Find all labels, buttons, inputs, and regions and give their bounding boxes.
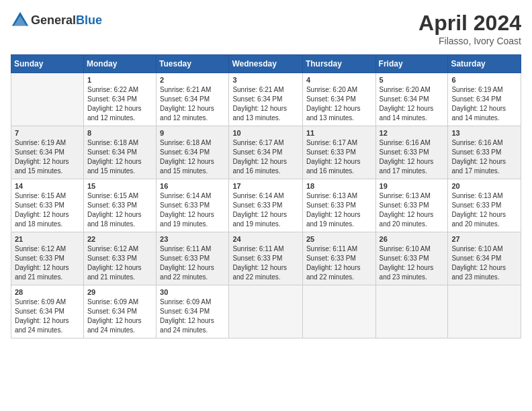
day-cell-4-5 — [375, 285, 448, 338]
day-number: 18 — [306, 182, 372, 190]
day-cell-1-5: 12 Sunrise: 6:16 AMSunset: 6:33 PMDaylig… — [375, 126, 448, 179]
day-cell-2-0: 14 Sunrise: 6:15 AMSunset: 6:33 PMDaylig… — [11, 179, 84, 232]
day-number: 23 — [160, 235, 225, 243]
week-row-5: 28 Sunrise: 6:09 AMSunset: 6:34 PMDaylig… — [11, 285, 521, 338]
header-tuesday: Tuesday — [157, 55, 229, 73]
day-cell-0-6: 6 Sunrise: 6:19 AMSunset: 6:34 PMDayligh… — [448, 73, 521, 126]
day-number: 20 — [451, 182, 517, 190]
logo-blue: Blue — [76, 13, 102, 27]
day-info: Sunrise: 6:13 AMSunset: 6:33 PMDaylight:… — [306, 191, 372, 229]
calendar-table: Sunday Monday Tuesday Wednesday Thursday… — [11, 54, 521, 338]
day-info: Sunrise: 6:18 AMSunset: 6:34 PMDaylight:… — [160, 138, 225, 176]
day-info: Sunrise: 6:22 AMSunset: 6:34 PMDaylight:… — [87, 85, 152, 123]
day-number: 29 — [87, 288, 152, 296]
day-cell-2-6: 20 Sunrise: 6:13 AMSunset: 6:33 PMDaylig… — [448, 179, 521, 232]
day-number: 5 — [380, 76, 445, 84]
day-info: Sunrise: 6:11 AMSunset: 6:33 PMDaylight:… — [306, 244, 372, 282]
day-number: 2 — [160, 76, 225, 84]
day-number: 11 — [306, 129, 372, 137]
day-number: 17 — [232, 182, 299, 190]
day-number: 30 — [160, 288, 225, 296]
day-number: 1 — [87, 76, 152, 84]
day-info: Sunrise: 6:10 AMSunset: 6:33 PMDaylight:… — [380, 244, 445, 282]
day-info: Sunrise: 6:12 AMSunset: 6:33 PMDaylight:… — [87, 244, 152, 282]
day-number: 24 — [232, 235, 299, 243]
day-number: 12 — [380, 129, 445, 137]
day-cell-4-4 — [302, 285, 375, 338]
day-info: Sunrise: 6:14 AMSunset: 6:33 PMDaylight:… — [160, 191, 225, 229]
day-number: 9 — [160, 129, 225, 137]
day-info: Sunrise: 6:09 AMSunset: 6:34 PMDaylight:… — [87, 298, 152, 335]
logo: GeneralBlue — [11, 11, 102, 30]
day-info: Sunrise: 6:09 AMSunset: 6:34 PMDaylight:… — [160, 298, 225, 335]
day-cell-0-4: 4 Sunrise: 6:20 AMSunset: 6:34 PMDayligh… — [302, 73, 375, 126]
day-info: Sunrise: 6:14 AMSunset: 6:33 PMDaylight:… — [232, 191, 299, 229]
day-number: 7 — [15, 129, 80, 137]
day-number: 28 — [15, 288, 80, 296]
day-info: Sunrise: 6:21 AMSunset: 6:34 PMDaylight:… — [232, 85, 299, 123]
day-cell-3-1: 22 Sunrise: 6:12 AMSunset: 6:33 PMDaylig… — [83, 232, 156, 285]
header-sunday: Sunday — [11, 55, 84, 73]
day-cell-4-3 — [229, 285, 303, 338]
day-cell-1-0: 7 Sunrise: 6:19 AMSunset: 6:34 PMDayligh… — [11, 126, 84, 179]
calendar-header-row: Sunday Monday Tuesday Wednesday Thursday… — [11, 55, 521, 73]
day-info: Sunrise: 6:11 AMSunset: 6:33 PMDaylight:… — [232, 244, 299, 282]
day-cell-0-5: 5 Sunrise: 6:20 AMSunset: 6:34 PMDayligh… — [375, 73, 448, 126]
week-row-3: 14 Sunrise: 6:15 AMSunset: 6:33 PMDaylig… — [11, 179, 521, 232]
logo-icon — [11, 11, 30, 30]
day-cell-3-6: 27 Sunrise: 6:10 AMSunset: 6:34 PMDaylig… — [448, 232, 521, 285]
day-info: Sunrise: 6:13 AMSunset: 6:33 PMDaylight:… — [451, 191, 517, 229]
day-info: Sunrise: 6:15 AMSunset: 6:33 PMDaylight:… — [87, 191, 152, 229]
day-info: Sunrise: 6:12 AMSunset: 6:33 PMDaylight:… — [15, 244, 80, 282]
day-info: Sunrise: 6:20 AMSunset: 6:34 PMDaylight:… — [380, 85, 445, 123]
day-number: 4 — [306, 76, 372, 84]
day-cell-4-2: 30 Sunrise: 6:09 AMSunset: 6:34 PMDaylig… — [157, 285, 229, 338]
day-info: Sunrise: 6:16 AMSunset: 6:33 PMDaylight:… — [380, 138, 445, 176]
day-number: 27 — [451, 235, 517, 243]
day-info: Sunrise: 6:18 AMSunset: 6:34 PMDaylight:… — [87, 138, 152, 176]
header-wednesday: Wednesday — [229, 55, 303, 73]
month-title: April 2024 — [418, 11, 521, 36]
page-header: GeneralBlue April 2024 Filasso, Ivory Co… — [11, 11, 521, 46]
day-cell-1-2: 9 Sunrise: 6:18 AMSunset: 6:34 PMDayligh… — [157, 126, 229, 179]
day-cell-2-4: 18 Sunrise: 6:13 AMSunset: 6:33 PMDaylig… — [302, 179, 375, 232]
day-cell-1-6: 13 Sunrise: 6:16 AMSunset: 6:33 PMDaylig… — [448, 126, 521, 179]
day-number: 25 — [306, 235, 372, 243]
day-info: Sunrise: 6:19 AMSunset: 6:34 PMDaylight:… — [15, 138, 80, 176]
day-cell-4-1: 29 Sunrise: 6:09 AMSunset: 6:34 PMDaylig… — [83, 285, 156, 338]
day-number: 22 — [87, 235, 152, 243]
day-number: 10 — [232, 129, 299, 137]
day-number: 14 — [15, 182, 80, 190]
day-info: Sunrise: 6:17 AMSunset: 6:34 PMDaylight:… — [232, 138, 299, 176]
day-number: 19 — [380, 182, 445, 190]
logo-general: General — [31, 13, 76, 27]
day-number: 13 — [451, 129, 517, 137]
header-monday: Monday — [83, 55, 156, 73]
day-cell-3-4: 25 Sunrise: 6:11 AMSunset: 6:33 PMDaylig… — [302, 232, 375, 285]
day-cell-1-4: 11 Sunrise: 6:17 AMSunset: 6:33 PMDaylig… — [302, 126, 375, 179]
week-row-4: 21 Sunrise: 6:12 AMSunset: 6:33 PMDaylig… — [11, 232, 521, 285]
day-info: Sunrise: 6:13 AMSunset: 6:33 PMDaylight:… — [380, 191, 445, 229]
day-cell-3-0: 21 Sunrise: 6:12 AMSunset: 6:33 PMDaylig… — [11, 232, 84, 285]
day-number: 16 — [160, 182, 225, 190]
day-info: Sunrise: 6:21 AMSunset: 6:34 PMDaylight:… — [160, 85, 225, 123]
day-info: Sunrise: 6:11 AMSunset: 6:33 PMDaylight:… — [160, 244, 225, 282]
day-info: Sunrise: 6:16 AMSunset: 6:33 PMDaylight:… — [451, 138, 517, 176]
header-thursday: Thursday — [302, 55, 375, 73]
day-number: 15 — [87, 182, 152, 190]
day-number: 6 — [451, 76, 517, 84]
day-cell-1-1: 8 Sunrise: 6:18 AMSunset: 6:34 PMDayligh… — [83, 126, 156, 179]
day-cell-1-3: 10 Sunrise: 6:17 AMSunset: 6:34 PMDaylig… — [229, 126, 303, 179]
title-area: April 2024 Filasso, Ivory Coast — [418, 11, 521, 46]
day-info: Sunrise: 6:17 AMSunset: 6:33 PMDaylight:… — [306, 138, 372, 176]
day-cell-3-3: 24 Sunrise: 6:11 AMSunset: 6:33 PMDaylig… — [229, 232, 303, 285]
day-cell-2-3: 17 Sunrise: 6:14 AMSunset: 6:33 PMDaylig… — [229, 179, 303, 232]
day-info: Sunrise: 6:09 AMSunset: 6:34 PMDaylight:… — [15, 298, 80, 335]
day-number: 8 — [87, 129, 152, 137]
day-info: Sunrise: 6:10 AMSunset: 6:34 PMDaylight:… — [451, 244, 517, 282]
day-number: 3 — [232, 76, 299, 84]
day-cell-0-1: 1 Sunrise: 6:22 AMSunset: 6:34 PMDayligh… — [83, 73, 156, 126]
day-number: 21 — [15, 235, 80, 243]
day-info: Sunrise: 6:20 AMSunset: 6:34 PMDaylight:… — [306, 85, 372, 123]
day-cell-2-1: 15 Sunrise: 6:15 AMSunset: 6:33 PMDaylig… — [83, 179, 156, 232]
